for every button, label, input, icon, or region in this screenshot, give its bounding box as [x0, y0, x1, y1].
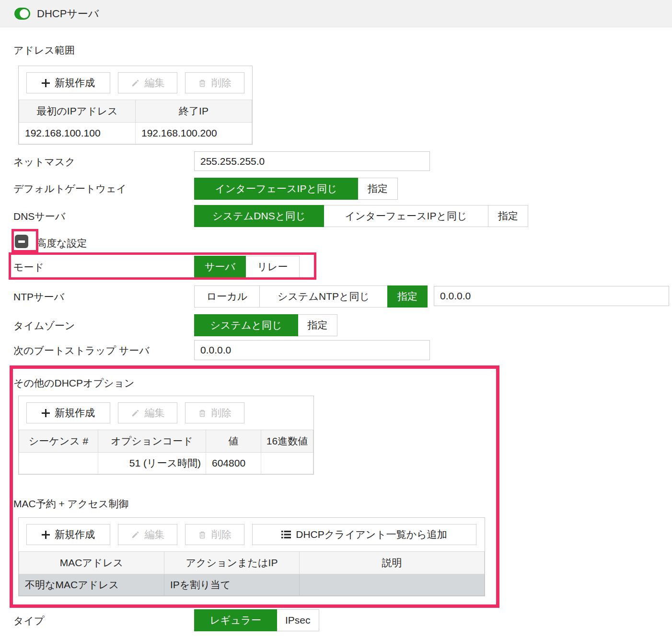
dhcp-options-toolbar: 新規作成 編集 削除	[19, 396, 313, 430]
dns-segment: システムDNSと同じ インターフェースIPと同じ 指定	[194, 205, 528, 227]
edit-button[interactable]: 編集	[118, 402, 177, 423]
dhcp-option-row[interactable]: 51 (リース時間) 604800	[19, 453, 313, 474]
cell-option-code: 51 (リース時間)	[98, 453, 206, 474]
ntp-option-specify[interactable]: 指定	[387, 285, 428, 308]
delete-button[interactable]: 削除	[185, 524, 244, 545]
column-header-value: 値	[206, 430, 261, 453]
type-option-ipsec[interactable]: IPsec	[277, 609, 319, 631]
bootstrap-label: 次のブートストラップ サーバ	[13, 344, 150, 357]
timezone-label: タイムゾーン	[13, 319, 75, 332]
mode-option-server[interactable]: サーバ	[194, 256, 246, 278]
type-option-regular[interactable]: レギュラー	[194, 609, 277, 631]
edit-button-label: 編集	[145, 76, 165, 90]
ntp-option-local[interactable]: ローカル	[194, 285, 260, 308]
mode-label: モード	[13, 261, 44, 274]
create-button[interactable]: 新規作成	[26, 524, 110, 545]
plus-icon	[42, 409, 50, 417]
type-segment: レギュラー IPsec	[194, 609, 319, 631]
edit-button-label: 編集	[145, 406, 165, 420]
column-header-description: 説明	[300, 552, 485, 574]
column-header-end-ip: 終了IP	[136, 100, 252, 123]
add-from-list-button-label: DHCPクライアント一覧から追加	[296, 528, 447, 541]
gateway-label: デフォルトゲートウェイ	[13, 182, 127, 195]
cell-action-or-ip: IPを割り当て	[164, 574, 300, 596]
column-header-mac-address: MACアドレス	[19, 552, 164, 574]
add-from-dhcp-client-list-button[interactable]: DHCPクライアント一覧から追加	[252, 524, 476, 545]
gateway-segment: インターフェースIPと同じ 指定	[194, 178, 398, 200]
cell-hex-value	[261, 453, 313, 474]
netmask-label: ネットマスク	[13, 155, 75, 169]
advanced-label: 高度な設定	[36, 237, 87, 250]
cell-description	[300, 574, 485, 596]
column-header-start-ip: 最初のIPアドレス	[19, 100, 136, 123]
cell-value: 604800	[206, 453, 261, 474]
ntp-label: NTPサーバ	[13, 290, 64, 304]
timezone-option-specify[interactable]: 指定	[298, 314, 337, 336]
edit-button[interactable]: 編集	[118, 72, 177, 93]
minus-icon	[18, 240, 25, 243]
column-header-action-or-ip: アクションまたはIP	[164, 552, 300, 574]
column-header-hex-value: 16進数値	[261, 430, 313, 453]
address-range-label: アドレス範囲	[13, 44, 75, 57]
dhcp-server-toggle[interactable]	[14, 8, 30, 20]
delete-button[interactable]: 削除	[185, 402, 244, 423]
delete-button[interactable]: 削除	[185, 72, 244, 93]
dns-label: DNSサーバ	[13, 210, 65, 223]
mode-segment: サーバ リレー	[194, 256, 300, 278]
dns-option-same-as-system-dns[interactable]: システムDNSと同じ	[194, 205, 324, 227]
mac-acl-row-selected[interactable]: 不明なMACアドレス IPを割り当て	[19, 574, 485, 596]
create-button[interactable]: 新規作成	[26, 402, 110, 423]
gateway-option-specify[interactable]: 指定	[358, 178, 398, 200]
trash-icon	[198, 79, 207, 88]
pencil-icon	[131, 79, 140, 88]
delete-button-label: 削除	[211, 406, 232, 420]
cell-start-ip: 192.168.100.100	[19, 123, 136, 144]
trash-icon	[198, 409, 207, 418]
dns-option-same-as-interface-ip[interactable]: インターフェースIPと同じ	[324, 205, 488, 227]
pencil-icon	[131, 530, 140, 539]
advanced-collapse-button[interactable]	[15, 235, 28, 248]
address-range-row[interactable]: 192.168.100.100 192.168.100.200	[19, 123, 252, 144]
gateway-option-same-as-interface-ip[interactable]: インターフェースIPと同じ	[194, 178, 358, 200]
dns-option-specify[interactable]: 指定	[488, 205, 528, 227]
pencil-icon	[131, 409, 140, 418]
address-range-toolbar: 新規作成 編集 削除	[19, 66, 252, 100]
create-button-label: 新規作成	[55, 76, 95, 90]
column-header-sequence: シーケンス #	[19, 430, 98, 453]
dhcp-options-label: その他のDHCPオプション	[13, 376, 134, 390]
timezone-option-same-as-system[interactable]: システムと同じ	[194, 314, 298, 336]
mode-option-relay[interactable]: リレー	[245, 256, 300, 278]
dhcp-server-settings-page: { "colors": { "accent_green": "#1e8e1e",…	[0, 0, 672, 638]
create-button-label: 新規作成	[55, 528, 95, 541]
trash-icon	[198, 530, 207, 539]
ntp-server-input[interactable]	[434, 286, 669, 306]
cell-end-ip: 192.168.100.200	[136, 123, 252, 144]
dhcp-options-table: 新規作成 編集 削除 シーケンス # オプションコード 値 16進数値 51 (…	[18, 396, 314, 475]
bootstrap-server-input[interactable]	[194, 340, 430, 360]
timezone-segment: システムと同じ 指定	[194, 314, 337, 336]
mac-acl-label: MAC予約 + アクセス制御	[13, 497, 129, 511]
create-button-label: 新規作成	[55, 406, 95, 420]
plus-icon	[42, 79, 50, 87]
mac-acl-table: 新規作成 編集 削除 DHCPクライアント一覧から追加 MACアドレス アクショ…	[18, 517, 485, 596]
ntp-option-same-as-system-ntp[interactable]: システムNTPと同じ	[259, 285, 388, 308]
page-title: DHCPサーバ	[37, 0, 99, 27]
column-header-option-code: オプションコード	[98, 430, 206, 453]
create-button[interactable]: 新規作成	[26, 72, 110, 93]
ntp-segment: ローカル システムNTPと同じ 指定	[194, 285, 428, 308]
address-range-table: 新規作成 編集 削除 最初のIPアドレス 終了IP 192.168.100.10…	[18, 66, 253, 145]
delete-button-label: 削除	[211, 76, 232, 90]
edit-button-label: 編集	[145, 528, 165, 541]
type-label: タイプ	[13, 614, 44, 627]
netmask-input[interactable]	[194, 151, 430, 171]
cell-sequence	[19, 453, 98, 474]
mac-acl-toolbar: 新規作成 編集 削除 DHCPクライアント一覧から追加	[19, 518, 485, 551]
list-icon	[281, 530, 291, 539]
dhcp-server-header-bar: DHCPサーバ	[0, 0, 672, 27]
edit-button[interactable]: 編集	[118, 524, 177, 545]
delete-button-label: 削除	[211, 528, 232, 541]
plus-icon	[42, 531, 50, 539]
cell-mac-address: 不明なMACアドレス	[19, 574, 164, 596]
toggle-knob-icon	[20, 9, 29, 18]
